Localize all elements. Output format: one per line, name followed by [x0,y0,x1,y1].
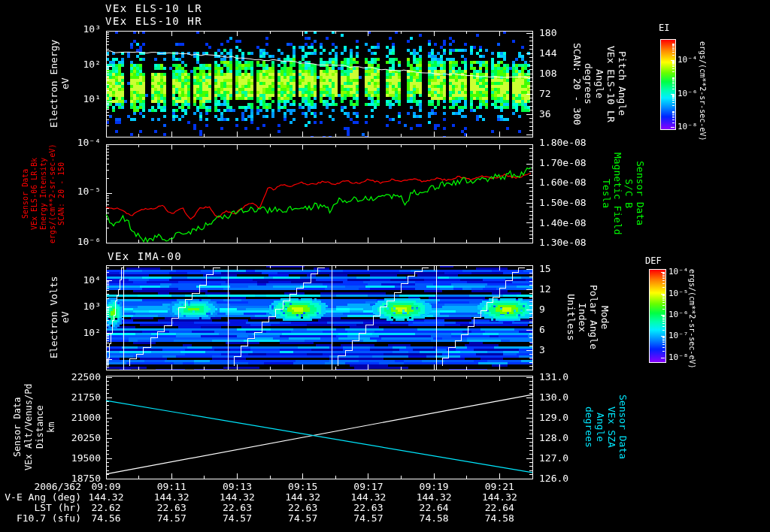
table-cell: 144.32 [477,491,522,503]
x-axis-time-label: 09:13 [214,481,259,492]
y-axis-tick-label: 21750 [41,391,101,403]
axis-label-line: VEx ELS-06 LR-Bk [30,141,39,246]
axis-label-line: Sensor Data [635,144,646,243]
ei-colorbar-title: EI [659,23,669,33]
panel3-title: VEx IMA-00 [108,250,182,262]
right-axis-tick-label: 72 [539,88,607,99]
right-axis-tick-label: 180 [539,27,607,38]
right-axis-tick-label: 1.30e-08 [539,237,607,248]
table-cell: 144.32 [411,491,456,503]
right-axis-tick-label: 127.0 [539,452,607,464]
ei-colorbar-tick-label: 10⁻⁶ [678,89,698,98]
x-axis-time-label: 09:17 [346,481,391,492]
axis-label-line: VEx Alt/Venus/Pd [23,376,35,479]
ei-colorbar [660,39,676,130]
right-axis-tick-label: 130.0 [539,391,607,403]
right-axis-tick-label: 12 [539,283,607,295]
spacecraft-data-plot-page: VEx ELS-10 LR VEx ELS-10 HR VEx IMA-00 E… [0,0,770,532]
y-axis-tick-label: 10³ [41,23,101,35]
x-axis-time-label: 09:11 [149,481,194,492]
table-cell: 74.57 [149,512,194,524]
def-colorbar-tick-label: 10⁻⁷ [668,331,689,340]
y-axis-tick-label: 10² [41,327,101,338]
table-cell: 74.57 [346,512,391,524]
def-colorbar-tick-label: 10⁻⁸ [668,352,689,362]
table-cell: 74.58 [477,512,522,524]
els-spectrogram-canvas [106,31,532,137]
table-cell: 22.63 [346,502,391,513]
right-axis-tick-label: 1.70e-08 [539,157,607,168]
def-colorbar-units: ergs/(cm**2-sr-sec-eV) [687,269,698,362]
y-axis-tick-label: 10² [41,59,101,70]
y-axis-tick-label: 20250 [41,432,101,443]
table-cell: 144.32 [346,491,391,503]
y-axis-tick-label: 10³ [41,301,101,312]
def-colorbar [649,269,666,363]
axis-label-line: VEx SZA [606,376,617,479]
right-axis-tick-label: 126.0 [539,473,607,484]
right-axis-tick-label: 1.40e-08 [539,217,607,228]
table-cell: 144.32 [149,491,194,503]
table-cell: 144.32 [214,491,259,503]
y-axis-tick-label: 21000 [41,412,101,423]
panel1-y-axis-label: Electron Energy eV [48,31,72,137]
right-axis-tick-label: 128.0 [539,432,607,443]
colorbar-units-text: ergs/(cm**2-sr-sec-eV) [697,41,708,131]
table-row-label: V-E Ang (deg) [0,491,81,503]
axis-label-line: Sensor Data [617,376,629,479]
ei-colorbar-tick-label: 10⁻⁴ [678,55,698,65]
ei-colorbar-units: ergs/(cm**2-sr-sec-eV) [698,41,708,131]
right-axis-tick-label: 1.60e-08 [539,177,607,188]
table-cell: 74.57 [280,512,326,524]
table-row-label: LST (hr) [0,502,81,513]
right-axis-tick-label: 6 [539,324,607,335]
right-axis-tick-label: 36 [539,108,607,119]
axis-label-line: Electron Energy [48,31,59,137]
panel1-title-line2: VEx ELS-10 HR [105,15,202,27]
ima-spectrogram-canvas [106,265,532,370]
table-cell: 144.32 [280,491,326,503]
right-axis-tick-label: 108 [539,68,607,79]
right-axis-tick-label: 129.0 [539,412,607,423]
y-axis-tick-label: 10⁴ [41,274,101,286]
table-cell: 22.63 [214,502,259,513]
y-axis-tick-label: 19500 [41,452,101,464]
def-colorbar-tick-label: 10⁻⁶ [668,310,689,319]
axis-label-line: Magnetic Field [612,144,623,243]
panel1-title-line1: VEx ELS-10 LR [105,2,202,14]
table-cell: 22.63 [149,502,194,513]
right-axis-tick-label: 131.0 [539,371,607,382]
table-cell: 22.64 [411,502,456,513]
x-axis-time-label: 09:19 [411,481,456,492]
x-axis-time-label: 09:21 [477,481,522,492]
y-axis-tick-label: 10¹ [41,93,101,104]
def-colorbar-tick-label: 10⁻⁴ [668,267,689,277]
table-cell: 74.56 [83,512,129,524]
right-axis-tick-label: 9 [539,304,607,315]
table-row-label: F10.7 (sfu) [0,512,81,524]
axis-label-line: S/C B [623,144,635,243]
x-axis-time-label: 09:15 [280,481,326,492]
y-axis-tick-label: 10⁻⁶ [41,236,101,247]
right-axis-tick-label: 144 [539,47,607,59]
axis-label-line: Pitch Angle [617,31,628,137]
def-colorbar-title: DEF [645,255,662,266]
x-axis-time-label: 09:09 [83,481,129,492]
axis-label-line: Sensor Data [12,376,23,479]
right-axis-tick-label: 1.50e-08 [539,197,607,208]
right-axis-tick-label: 1.80e-08 [539,137,607,148]
axis-label-line: eV [59,31,71,137]
right-axis-tick-label: 3 [539,344,607,355]
y-axis-tick-label: 10⁻⁴ [41,137,101,148]
y-axis-tick-label: 22500 [41,371,101,382]
table-cell: 144.32 [83,491,129,503]
def-colorbar-tick-label: 10⁻⁵ [668,289,689,298]
table-cell: 22.63 [280,502,326,513]
ei-colorbar-tick-label: 10⁻⁸ [678,122,698,131]
table-cell: 22.62 [83,502,129,513]
table-cell: 74.57 [214,512,259,524]
y-axis-tick-label: 10⁻⁵ [41,186,101,197]
table-cell: 74.58 [411,512,456,524]
axis-label-line: VEx ELS-10 LR [605,31,617,137]
right-axis-tick-label: 15 [539,263,607,274]
